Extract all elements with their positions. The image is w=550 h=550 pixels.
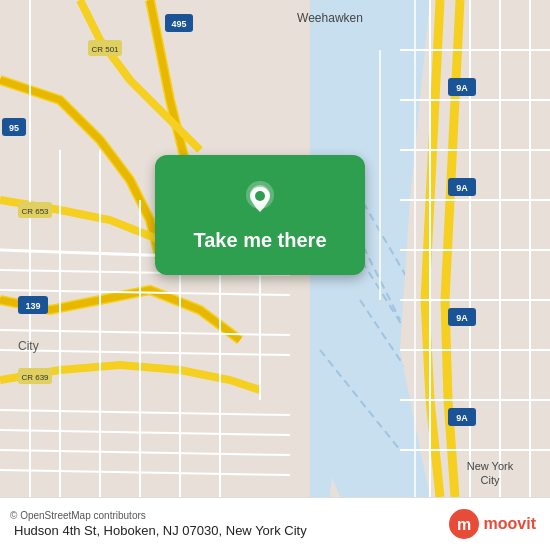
pin-icon <box>240 179 280 219</box>
moovit-logo: m moovit <box>448 508 536 540</box>
svg-text:9A: 9A <box>456 313 468 323</box>
copyright-text: © OpenStreetMap contributors <box>10 510 448 521</box>
svg-text:CR 653: CR 653 <box>21 207 49 216</box>
svg-text:139: 139 <box>25 301 40 311</box>
svg-text:95: 95 <box>9 123 19 133</box>
svg-text:City: City <box>481 474 500 486</box>
svg-text:9A: 9A <box>456 183 468 193</box>
moovit-logo-label: moovit <box>484 515 536 533</box>
svg-text:CR 639: CR 639 <box>21 373 49 382</box>
svg-text:495: 495 <box>171 19 186 29</box>
svg-text:New York: New York <box>467 460 514 472</box>
take-me-there-button[interactable]: Take me there <box>155 155 365 275</box>
map-container: 95 495 CR 501 CR 653 139 CR 639 9A 9A 9A… <box>0 0 550 497</box>
svg-text:9A: 9A <box>456 413 468 423</box>
svg-text:City: City <box>18 339 39 353</box>
svg-point-69 <box>255 191 265 201</box>
svg-text:m: m <box>456 516 470 533</box>
take-me-there-label: Take me there <box>193 229 326 252</box>
moovit-logo-icon: m <box>448 508 480 540</box>
svg-text:9A: 9A <box>456 83 468 93</box>
bottom-bar: © OpenStreetMap contributors Hudson 4th … <box>0 497 550 550</box>
svg-text:Weehawken: Weehawken <box>297 11 363 25</box>
svg-text:CR 501: CR 501 <box>91 45 119 54</box>
address-text: Hudson 4th St, Hoboken, NJ 07030, New Yo… <box>14 523 448 538</box>
